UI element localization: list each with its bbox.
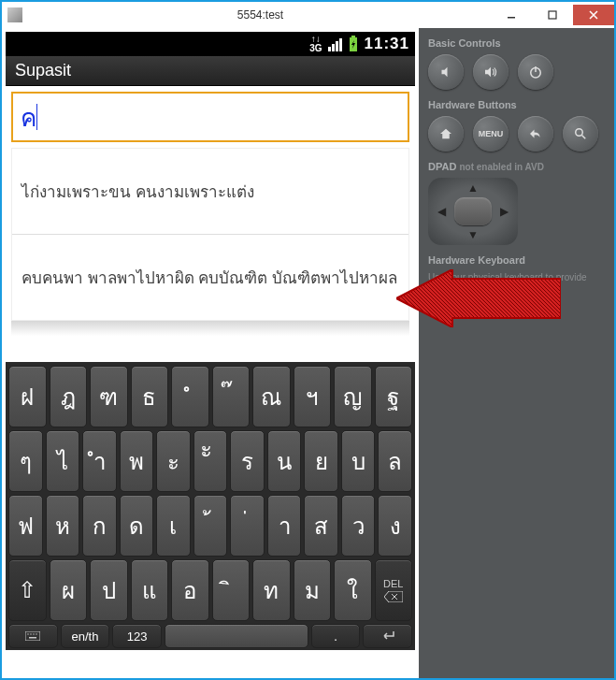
space-key[interactable] <box>165 624 308 648</box>
window-title: 5554:test <box>30 8 491 22</box>
delete-key[interactable]: DEL <box>375 559 413 621</box>
key[interactable]: เ <box>156 495 191 557</box>
kb-row-2: ๆ ไ ำ พ ะ ัั ร น ย บ ล <box>8 430 412 492</box>
gap <box>6 336 415 362</box>
key[interactable]: ร <box>230 430 265 492</box>
network-3g-icon: ↑↓3G <box>309 35 322 53</box>
basic-controls-label: Basic Controls <box>428 37 605 49</box>
dpad-right[interactable]: ▶ <box>492 197 518 225</box>
key[interactable]: ฐ <box>375 366 413 427</box>
key[interactable]: ๊ <box>212 366 251 427</box>
svg-point-5 <box>28 633 29 634</box>
signal-bars-icon <box>328 36 342 51</box>
search-input[interactable]: ค <box>11 92 409 142</box>
numbers-key[interactable]: 123 <box>112 624 162 648</box>
search-button[interactable] <box>563 116 598 152</box>
svg-point-6 <box>31 633 32 634</box>
key[interactable]: า <box>267 495 302 557</box>
key[interactable]: ธ <box>131 366 169 427</box>
key[interactable]: ผ <box>50 559 88 621</box>
svg-rect-0 <box>508 17 515 19</box>
key[interactable]: ฯ <box>294 366 332 427</box>
key[interactable]: น <box>267 430 302 492</box>
soft-keyboard: ฝ ฎ ฑ ธ ํ ๊ ณ ฯ ญ ฐ ๆ ไ ำ <box>6 362 415 650</box>
volume-up-button[interactable] <box>473 54 509 90</box>
status-clock: 11:31 <box>365 35 409 53</box>
window-maximize-button[interactable] <box>532 5 573 25</box>
list-item[interactable]: คบคนพา พาลพาไปหาผิด คบบัณฑิต บัณฑิตพาไปห… <box>12 235 408 320</box>
results-list: ไก่งามเพราะขน คนงามเพราะแต่ง คบคนพา พาลพ… <box>11 148 409 321</box>
svg-point-12 <box>576 129 583 137</box>
key[interactable]: ํ <box>171 366 209 427</box>
key[interactable]: ล <box>378 430 412 492</box>
key[interactable]: ม <box>294 559 332 621</box>
list-item[interactable]: ไก่งามเพราะขน คนงามเพราะแต่ง <box>12 149 408 235</box>
key[interactable]: แ <box>131 559 169 621</box>
window-minimize-button[interactable] <box>491 5 532 25</box>
key[interactable]: ะ <box>156 430 191 492</box>
svg-point-8 <box>36 633 37 634</box>
dpad-left[interactable]: ◀ <box>428 197 454 225</box>
dpad-up[interactable]: ▲ <box>454 178 492 197</box>
key[interactable]: ่ <box>230 495 265 557</box>
key[interactable]: ไ <box>46 430 80 492</box>
key[interactable]: ๆ <box>8 430 43 492</box>
dpad-control: ▲ ◀▶ ▼ <box>428 178 518 245</box>
back-button[interactable] <box>518 116 553 152</box>
key[interactable]: ด <box>120 495 154 557</box>
key[interactable]: ว <box>341 495 376 557</box>
key[interactable]: ง <box>378 495 412 557</box>
hardware-keyboard-note: Use your physical keyboard to provide in… <box>428 271 605 296</box>
key[interactable]: ส <box>304 495 338 557</box>
key[interactable]: ิ <box>212 559 251 621</box>
period-key[interactable]: . <box>311 624 361 648</box>
menu-button[interactable]: MENU <box>473 116 509 152</box>
battery-charging-icon <box>348 36 359 52</box>
window-close-button[interactable] <box>573 5 614 25</box>
key[interactable]: ฝ <box>8 366 47 427</box>
svg-rect-11 <box>535 66 537 72</box>
kb-row-1: ฝ ฎ ฑ ธ ํ ๊ ณ ฯ ญ ฐ <box>8 366 412 427</box>
hardware-keyboard-label: Hardware Keyboard <box>428 254 605 266</box>
dpad-label: DPAD not enabled in AVD <box>428 161 605 172</box>
hardware-buttons-label: Hardware Buttons <box>428 99 605 110</box>
key[interactable]: ญ <box>334 366 372 427</box>
key[interactable]: ณ <box>252 366 291 427</box>
svg-point-7 <box>34 633 35 634</box>
list-shadow <box>11 321 409 336</box>
key[interactable]: ัั <box>193 430 228 492</box>
svg-rect-9 <box>29 637 36 639</box>
key[interactable]: ฎ <box>50 366 88 427</box>
emulator-side-panel: Basic Controls Hardware Buttons MENU DPA… <box>419 28 614 678</box>
dpad-center[interactable] <box>454 197 492 225</box>
keyboard-settings-key[interactable] <box>8 624 58 648</box>
enter-key[interactable] <box>363 624 412 648</box>
key[interactable]: พ <box>120 430 154 492</box>
key[interactable]: ย <box>304 430 338 492</box>
key[interactable]: ำ <box>82 430 117 492</box>
window-titlebar: 5554:test <box>2 2 614 28</box>
svg-rect-3 <box>351 36 355 37</box>
emulator-screen: ↑↓3G 11:31 Supasit ค <box>2 28 419 678</box>
key[interactable]: ใ <box>334 559 372 621</box>
key[interactable]: ้ <box>193 495 228 557</box>
key[interactable]: ท <box>252 559 291 621</box>
window-app-icon <box>7 7 22 22</box>
search-input-value: ค <box>21 98 36 137</box>
volume-down-button[interactable] <box>428 54 464 90</box>
key[interactable]: ก <box>82 495 117 557</box>
key[interactable]: ฟ <box>8 495 43 557</box>
kb-row-bottom: en/th 123 . <box>8 624 412 648</box>
key[interactable]: บ <box>341 430 376 492</box>
key[interactable]: ฑ <box>90 366 128 427</box>
shift-key[interactable]: ⇧ <box>8 559 47 621</box>
svg-rect-1 <box>549 11 556 19</box>
home-button[interactable] <box>428 116 464 152</box>
key[interactable]: ป <box>90 559 128 621</box>
language-key[interactable]: en/th <box>61 624 110 648</box>
key[interactable]: ห <box>46 495 80 557</box>
power-button[interactable] <box>518 54 553 90</box>
dpad-down[interactable]: ▼ <box>454 225 492 245</box>
kb-row-4: ⇧ ผ ป แ อ ิ ท ม ใ DEL <box>8 559 412 621</box>
key[interactable]: อ <box>171 559 209 621</box>
